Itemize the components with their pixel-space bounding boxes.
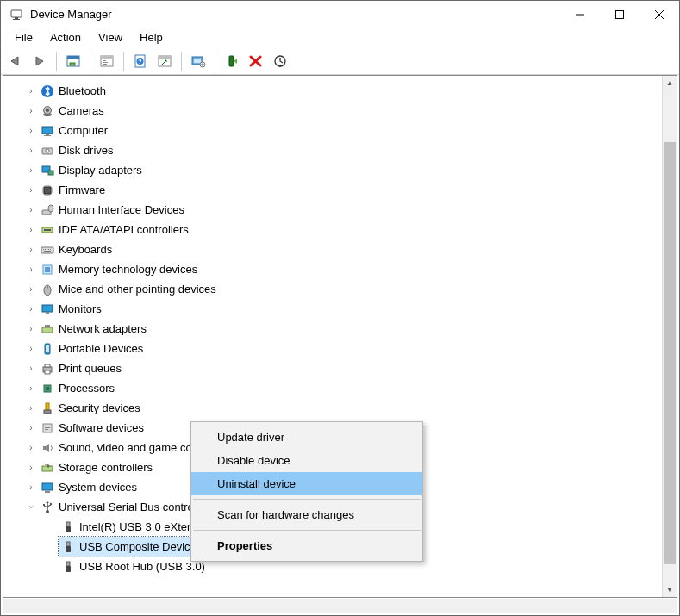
help-button[interactable]: ? bbox=[129, 50, 152, 72]
category-keyboards[interactable]: › Keyboards bbox=[3, 240, 662, 259]
expand-icon[interactable]: › bbox=[24, 344, 38, 353]
menu-properties[interactable]: Properties bbox=[191, 534, 422, 557]
svg-rect-32 bbox=[48, 171, 53, 175]
update-driver-button[interactable] bbox=[187, 50, 209, 72]
menu-action[interactable]: Action bbox=[41, 29, 90, 46]
properties-button[interactable] bbox=[96, 50, 118, 72]
uninstall-device-button[interactable] bbox=[245, 50, 267, 72]
expand-icon[interactable]: › bbox=[24, 106, 38, 115]
svg-rect-56 bbox=[45, 364, 50, 367]
scan-hardware-button[interactable] bbox=[153, 50, 176, 72]
display-adapter-icon bbox=[40, 163, 55, 178]
expand-icon[interactable]: › bbox=[24, 165, 38, 175]
category-display-adapters[interactable]: › Display adapters bbox=[3, 160, 662, 180]
category-label: Human Interface Devices bbox=[59, 203, 193, 216]
category-network[interactable]: › Network adapters bbox=[3, 319, 662, 339]
svg-rect-59 bbox=[46, 387, 49, 390]
show-hide-tree-button[interactable] bbox=[62, 50, 84, 72]
usb-plug-icon bbox=[60, 559, 76, 575]
expand-icon[interactable]: › bbox=[24, 403, 38, 413]
expand-icon[interactable]: › bbox=[24, 364, 38, 373]
menu-view[interactable]: View bbox=[90, 29, 131, 46]
enable-device-button[interactable] bbox=[221, 50, 243, 72]
camera-icon bbox=[40, 103, 55, 119]
svg-rect-60 bbox=[46, 403, 49, 410]
svg-rect-38 bbox=[41, 247, 53, 253]
minimize-button[interactable] bbox=[560, 1, 600, 28]
expand-icon[interactable]: › bbox=[24, 324, 38, 333]
menu-help[interactable]: Help bbox=[131, 29, 172, 46]
category-label: Memory technology devices bbox=[59, 263, 206, 276]
expand-icon[interactable]: › bbox=[24, 482, 38, 492]
svg-rect-68 bbox=[45, 491, 50, 493]
expand-icon[interactable]: › bbox=[24, 126, 38, 135]
svg-rect-49 bbox=[42, 305, 53, 312]
scroll-down-icon[interactable]: ▼ bbox=[663, 582, 677, 597]
usb-plug-icon bbox=[60, 520, 76, 535]
category-label: Network adapters bbox=[59, 322, 155, 335]
expand-icon[interactable]: › bbox=[24, 146, 38, 155]
svg-point-72 bbox=[50, 502, 52, 504]
category-bluetooth[interactable]: › Bluetooth bbox=[3, 81, 662, 101]
svg-point-25 bbox=[46, 109, 49, 112]
category-cameras[interactable]: › Cameras bbox=[3, 101, 662, 121]
category-portable[interactable]: › Portable Devices bbox=[3, 339, 662, 358]
usb-plug-icon bbox=[60, 539, 76, 555]
menu-scan-hardware[interactable]: Scan for hardware changes bbox=[191, 503, 422, 526]
expand-icon[interactable]: › bbox=[24, 205, 38, 215]
device-label: USB Composite Device bbox=[79, 540, 205, 553]
expand-icon[interactable]: › bbox=[24, 245, 38, 254]
scroll-up-icon[interactable]: ▲ bbox=[663, 76, 677, 90]
expand-icon[interactable]: › bbox=[24, 284, 38, 294]
menu-update-driver[interactable]: Update driver bbox=[191, 426, 422, 449]
expand-icon[interactable]: › bbox=[24, 423, 38, 432]
category-monitors[interactable]: › Monitors bbox=[3, 299, 662, 319]
expand-icon[interactable]: › bbox=[24, 304, 38, 314]
category-hid[interactable]: › Human Interface Devices bbox=[3, 200, 662, 220]
category-security[interactable]: › Security devices bbox=[3, 398, 662, 418]
monitor-icon bbox=[40, 302, 55, 317]
expand-icon[interactable]: › bbox=[24, 443, 38, 452]
svg-rect-75 bbox=[66, 542, 70, 546]
expand-icon[interactable]: › bbox=[24, 185, 38, 195]
menu-disable-device[interactable]: Disable device bbox=[191, 449, 422, 472]
vertical-scrollbar[interactable]: ▲ ▼ bbox=[662, 76, 677, 597]
expand-icon[interactable]: › bbox=[24, 264, 38, 274]
ide-icon bbox=[40, 222, 55, 238]
svg-rect-6 bbox=[70, 63, 75, 65]
title-bar: Device Manager bbox=[1, 1, 679, 28]
scroll-thumb[interactable] bbox=[664, 142, 676, 564]
menu-file[interactable]: File bbox=[6, 29, 41, 46]
category-processors[interactable]: › Processors bbox=[3, 378, 662, 398]
expand-icon[interactable]: › bbox=[24, 86, 38, 96]
close-button[interactable] bbox=[639, 1, 679, 28]
svg-rect-3 bbox=[616, 10, 624, 18]
back-button[interactable] bbox=[4, 50, 27, 72]
hid-icon bbox=[40, 202, 55, 218]
menu-uninstall-device[interactable]: Uninstall device bbox=[191, 472, 422, 495]
cpu-icon bbox=[40, 381, 55, 396]
category-computer[interactable]: › Computer bbox=[3, 121, 662, 140]
category-ide[interactable]: › IDE ATA/ATAPI controllers bbox=[3, 220, 662, 240]
category-label: Print queues bbox=[59, 362, 130, 375]
disable-device-button[interactable] bbox=[269, 50, 291, 72]
svg-rect-65 bbox=[45, 429, 48, 430]
maximize-button[interactable] bbox=[600, 1, 639, 28]
category-print-queues[interactable]: › Print queues bbox=[3, 358, 662, 378]
svg-rect-66 bbox=[42, 466, 53, 471]
forward-button[interactable] bbox=[28, 50, 51, 72]
expand-icon[interactable]: › bbox=[24, 225, 38, 234]
category-firmware[interactable]: › Firmware bbox=[3, 180, 662, 200]
category-memory[interactable]: › Memory technology devices bbox=[3, 259, 662, 279]
toolbar: ? bbox=[1, 47, 679, 75]
category-mice[interactable]: › Mice and other pointing devices bbox=[3, 279, 662, 299]
svg-rect-5 bbox=[67, 56, 79, 59]
status-bar bbox=[3, 599, 677, 613]
expand-icon[interactable]: › bbox=[24, 463, 38, 472]
collapse-icon[interactable]: › bbox=[27, 501, 36, 514]
category-disk-drives[interactable]: › Disk drives bbox=[3, 140, 662, 160]
svg-rect-39 bbox=[43, 249, 44, 250]
expand-icon[interactable]: › bbox=[24, 383, 38, 393]
svg-text:?: ? bbox=[138, 59, 141, 65]
svg-rect-43 bbox=[50, 249, 51, 250]
